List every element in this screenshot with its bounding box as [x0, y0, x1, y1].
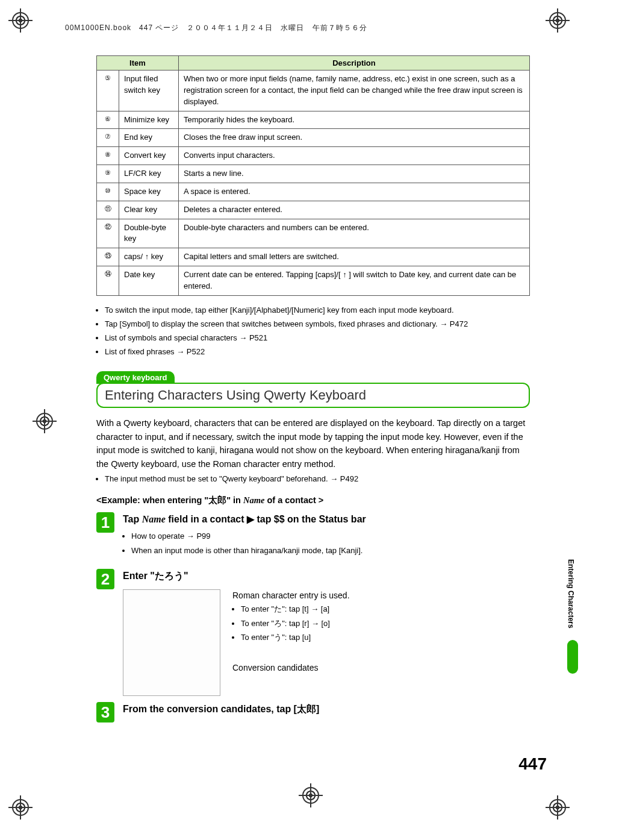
- crop-mark-tl: [12, 12, 29, 29]
- section-pill: Qwerty keyboard: [96, 371, 175, 384]
- step-number: 3: [96, 702, 114, 722]
- table-row: ⑦End keyCloses the free draw input scree…: [97, 129, 530, 147]
- step-3: 3 From the conversion candidates, tap [太…: [96, 702, 530, 722]
- key-description-table: Item Description ⑤Input filed switch key…: [96, 55, 530, 296]
- page-number: 447: [518, 754, 547, 774]
- header-weekday: 水曜日: [281, 24, 304, 32]
- example-prefix: <Example: when entering ": [96, 495, 208, 505]
- s1-name: Name: [142, 514, 166, 524]
- row-item: Space key: [119, 183, 179, 201]
- row-desc: Double-byte characters and numbers can b…: [178, 219, 529, 248]
- step-2: 2 Enter "たろう" Roman character entry is u…: [96, 569, 530, 696]
- row-num: ⑨: [97, 165, 119, 183]
- s3-kanji: 太郎: [297, 704, 316, 714]
- header-date: ２００４年１１月２４日: [187, 24, 273, 32]
- section-body: With a Qwerty keyboard, characters that …: [96, 416, 530, 471]
- th-item: Item: [97, 56, 179, 71]
- section-precondition: The input method must be set to "Qwerty …: [105, 473, 530, 485]
- table-row: ⑪Clear keyDeletes a character entered.: [97, 201, 530, 219]
- row-desc: Starts a new line.: [178, 165, 529, 183]
- table-row: ⑥Minimize keyTemporarily hides the keybo…: [97, 111, 530, 129]
- row-desc: Closes the free draw input screen.: [178, 129, 529, 147]
- row-num: ⑦: [97, 129, 119, 147]
- section-title: Entering Characters Using Qwerty Keyboar…: [98, 384, 529, 407]
- example-heading: <Example: when entering "太郎" in Name of …: [96, 495, 530, 506]
- row-item: Convert key: [119, 147, 179, 165]
- row-num: ⑬: [97, 248, 119, 266]
- crop-mark-mb: [302, 787, 319, 804]
- s2-intro: Roman character entry is used.: [232, 589, 350, 603]
- header-filename: 00M1000EN.book: [65, 24, 131, 32]
- row-item: Double-byte key: [119, 219, 179, 248]
- row-num: ⑤: [97, 71, 119, 111]
- s1-pre: Tap: [123, 514, 142, 524]
- row-item: Date key: [119, 266, 179, 296]
- example-kanji: 太郎: [208, 495, 226, 505]
- crop-mark-ml: [36, 413, 53, 430]
- row-item: LF/CR key: [119, 165, 179, 183]
- note-item: Tap [Symbol] to display the screen that …: [105, 318, 530, 330]
- table-row: ⑤Input filed switch keyWhen two or more …: [97, 71, 530, 111]
- s2-bullet: To enter "た": tap [t] → [a]: [241, 603, 350, 615]
- row-desc: Capital letters and small letters are sw…: [178, 248, 529, 266]
- table-row: ⑫Double-byte keyDouble-byte characters a…: [97, 219, 530, 248]
- s3-post: ]: [316, 704, 319, 714]
- row-item: Minimize key: [119, 111, 179, 129]
- row-num: ⑪: [97, 201, 119, 219]
- note-item: List of symbols and special characters →…: [105, 332, 530, 344]
- crop-mark-br: [549, 799, 566, 816]
- step-number: 2: [96, 569, 114, 589]
- notes-list: To switch the input mode, tap either [Ka…: [96, 304, 530, 359]
- row-desc: When two or more input fields (name, fam…: [178, 71, 529, 111]
- step-1: 1 Tap Name field in a contact ▶ tap $$ o…: [96, 512, 530, 562]
- crop-mark-tr: [549, 12, 566, 29]
- header-time: 午前７時５６分: [313, 24, 367, 32]
- table-row: ⑬caps/ ↑ keyCapital letters and small le…: [97, 248, 530, 266]
- example-suffix: of a contact >: [264, 495, 323, 505]
- s2-bullet: To enter "う": tap [u]: [241, 632, 350, 644]
- row-num: ⑫: [97, 219, 119, 248]
- section-header: Qwerty keyboard Entering Characters Usin…: [96, 371, 530, 408]
- example-mid: " in: [226, 495, 243, 505]
- row-desc: Temporarily hides the keyboard.: [178, 111, 529, 129]
- row-item: Clear key: [119, 201, 179, 219]
- th-description: Description: [178, 56, 529, 71]
- step-1-bullet: How to operate → P99: [131, 530, 530, 542]
- step-1-title: Tap Name field in a contact ▶ tap $$ on …: [123, 512, 530, 527]
- row-desc: Current date can be entered. Tapping [ca…: [178, 266, 529, 296]
- s2-bullet: To enter "ろ": tap [r] → [o]: [241, 618, 350, 630]
- step-number: 1: [96, 512, 114, 533]
- header-page: 447 ページ: [139, 24, 179, 32]
- s3-pre: From the conversion candidates, tap [: [123, 704, 297, 714]
- step-1-bullet: When an input mode is other than hiragan…: [131, 545, 530, 557]
- note-item: List of fixed phrases → P522: [105, 346, 530, 358]
- s2-post: ": [184, 571, 188, 581]
- triangle-icon: ▶: [247, 514, 254, 524]
- side-tab-label: Entering Characters: [565, 554, 577, 633]
- row-num: ⑥: [97, 111, 119, 129]
- table-row: ⑭Date keyCurrent date can be entered. Ta…: [97, 266, 530, 296]
- row-num: ⑩: [97, 183, 119, 201]
- s2-kana: たろう: [155, 571, 184, 581]
- side-tab-indicator: [567, 640, 578, 674]
- step-2-title: Enter "たろう": [123, 569, 530, 583]
- note-item: To switch the input mode, tap either [Ka…: [105, 304, 530, 316]
- print-header: 00M1000EN.book 447 ページ ２００４年１１月２４日 水曜日 午…: [65, 23, 367, 33]
- s1-post: tap $$ on the Status bar: [254, 514, 366, 524]
- row-item: caps/ ↑ key: [119, 248, 179, 266]
- page-content: Item Description ⑤Input filed switch key…: [96, 55, 530, 729]
- table-row: ⑨LF/CR keyStarts a new line.: [97, 165, 530, 183]
- crop-mark-bl: [12, 799, 29, 816]
- example-name-field: Name: [243, 495, 264, 505]
- row-desc: Deletes a character entered.: [178, 201, 529, 219]
- row-num: ⑧: [97, 147, 119, 165]
- row-num: ⑭: [97, 266, 119, 296]
- row-desc: Converts input characters.: [178, 147, 529, 165]
- table-row: ⑩Space keyA space is entered.: [97, 183, 530, 201]
- step-3-title: From the conversion candidates, tap [太郎]: [123, 702, 530, 716]
- table-row: ⑧Convert keyConverts input characters.: [97, 147, 530, 165]
- row-item: End key: [119, 129, 179, 147]
- conversion-candidates-caption: Conversion candidates: [232, 662, 350, 675]
- s1-mid: field in a contact: [166, 514, 247, 524]
- section-title-bar: Entering Characters Using Qwerty Keyboar…: [96, 383, 530, 408]
